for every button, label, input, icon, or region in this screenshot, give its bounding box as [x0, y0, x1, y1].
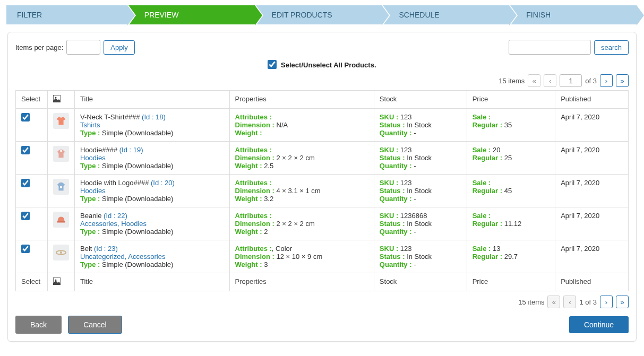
product-title: Beanie [80, 212, 101, 220]
pager-next-button[interactable]: › [600, 74, 613, 87]
select-all-checkbox[interactable] [268, 60, 277, 69]
wizard-step-preview[interactable]: PREVIEW [128, 5, 255, 24]
wizard-step-edit-products[interactable]: EDIT PRODUCTS [256, 5, 382, 24]
dimension-label: Dimension : [235, 220, 277, 228]
dimension-label: Dimension : [235, 187, 277, 195]
quantity-label: Quantity : [380, 261, 414, 268]
sku-label: SKU : [380, 113, 400, 121]
attributes-label: Attributes : [235, 146, 272, 154]
sku-label: SKU : [380, 245, 400, 253]
th-select: Select [16, 91, 48, 109]
product-regular: 29.7 [504, 253, 518, 261]
product-weight: 3.2 [264, 195, 273, 203]
continue-button[interactable]: Continue [569, 316, 629, 333]
product-thumb [53, 212, 69, 228]
row-checkbox[interactable] [21, 212, 30, 220]
th-price: Price [467, 91, 555, 109]
weight-label: Weight : [235, 195, 264, 203]
product-categories[interactable]: Accessories, Hoodies [80, 220, 147, 228]
product-sku: 1236868 [400, 212, 427, 220]
pager-first-button[interactable]: « [528, 74, 540, 87]
search-input[interactable] [509, 40, 591, 55]
product-sku: 123 [400, 146, 412, 154]
product-published: April 7, 2020 [561, 113, 599, 121]
attributes-label: Attributes : [235, 212, 272, 220]
pager-prev-button[interactable]: ‹ [544, 74, 556, 87]
pager-total: 15 items [499, 77, 525, 85]
product-weight: 2.5 [264, 162, 273, 170]
attributes-label: Attributes : [235, 113, 272, 121]
status-label: Status : [380, 187, 407, 195]
product-thumb [53, 146, 69, 162]
pager2-prev-button[interactable]: ‹ [563, 296, 576, 308]
product-categories[interactable]: Hoodies [80, 187, 106, 195]
product-thumb [53, 113, 69, 129]
wizard-step-finish[interactable]: FINISH [510, 5, 637, 24]
regular-label: Regular : [473, 253, 504, 261]
row-checkbox[interactable] [21, 113, 30, 121]
wizard-step-schedule[interactable]: SCHEDULE [383, 5, 509, 24]
tf-price: Price [467, 273, 555, 291]
pager-page-input[interactable] [560, 74, 582, 87]
product-dimension: 4 × 3.1 × 1 cm [277, 187, 321, 195]
product-categories[interactable]: Tshirts [80, 121, 100, 129]
quantity-label: Quantity : [380, 228, 414, 236]
row-checkbox[interactable] [21, 146, 30, 154]
product-quantity: - [414, 129, 416, 137]
tf-published: Published [555, 273, 629, 291]
type-label: Type : [80, 162, 102, 170]
sku-label: SKU : [380, 212, 400, 220]
table-row: Belt (Id : 23) Uncategorized, Accessorie… [16, 240, 629, 273]
product-categories[interactable]: Hoodies [80, 154, 106, 162]
regular-label: Regular : [473, 154, 504, 162]
sale-label: Sale : [473, 212, 491, 220]
product-quantity: - [414, 195, 416, 203]
product-categories[interactable]: Uncategorized, Accessories [80, 253, 165, 261]
product-sale: 13 [493, 245, 500, 253]
dimension-label: Dimension : [235, 253, 277, 261]
product-dimension: 2 × 2 × 2 cm [277, 154, 315, 162]
product-regular: 11.12 [504, 220, 522, 228]
items-per-page-input[interactable] [66, 40, 100, 55]
pager-last-button[interactable]: » [616, 74, 629, 87]
status-label: Status : [380, 220, 407, 228]
table-row: V-Neck T-Shirt#### (Id : 18) Tshirts Typ… [16, 109, 629, 142]
search-button[interactable]: search [594, 40, 629, 55]
pager2-next-button[interactable]: › [600, 296, 613, 308]
th-thumb [48, 91, 75, 109]
items-per-page-label: Items per page: [15, 44, 63, 51]
product-id: (Id : 22) [104, 212, 127, 220]
sale-label: Sale : [473, 245, 493, 253]
product-published: April 7, 2020 [561, 146, 599, 154]
product-status: In Stock [407, 220, 432, 228]
pager2-first-button[interactable]: « [547, 296, 560, 308]
pager-top: 15 items « ‹ of 3 › » [15, 74, 629, 87]
table-row: Beanie (Id : 22) Accessories, Hoodies Ty… [16, 207, 629, 240]
type-label: Type : [80, 129, 102, 137]
th-title: Title [75, 91, 230, 109]
product-type: Simple (Downloadable) [102, 195, 173, 203]
product-dimension: 2 × 2 × 2 cm [277, 220, 315, 228]
regular-label: Regular : [473, 187, 504, 195]
image-icon [53, 96, 61, 104]
pager-bottom: 15 items « ‹ 1 of 3 › » [15, 296, 629, 308]
product-title: V-Neck T-Shirt#### [80, 113, 140, 121]
product-attributes: , Color [272, 245, 292, 253]
tf-stock: Stock [374, 273, 467, 291]
product-dimension: 12 × 10 × 9 cm [277, 253, 323, 261]
product-published: April 7, 2020 [561, 179, 599, 187]
back-button[interactable]: Back [15, 316, 62, 334]
tf-select: Select [16, 273, 48, 291]
weight-label: Weight : [235, 129, 262, 137]
sku-label: SKU : [380, 179, 400, 187]
row-checkbox[interactable] [21, 179, 30, 187]
row-checkbox[interactable] [21, 245, 30, 253]
pager2-last-button[interactable]: » [616, 296, 629, 308]
product-weight: 3 [264, 261, 268, 268]
wizard-step-filter[interactable]: FILTER [6, 5, 127, 24]
svg-rect-6 [60, 251, 62, 254]
cancel-button[interactable]: Cancel [68, 316, 122, 334]
tf-title: Title [75, 273, 230, 291]
product-id: (Id : 23) [94, 245, 118, 253]
apply-button[interactable]: Apply [104, 40, 135, 55]
